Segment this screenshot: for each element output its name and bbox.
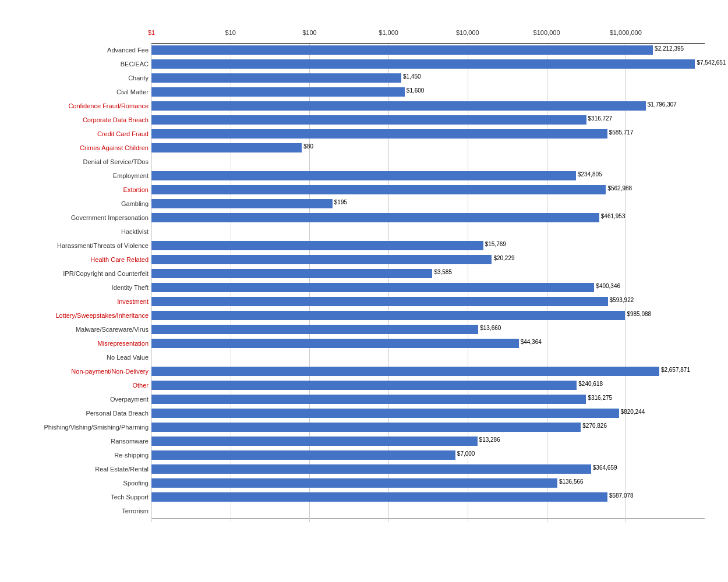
bar-row: Misrepresentation$44,364	[151, 337, 705, 350]
bar: $7,000	[151, 450, 455, 460]
bar-row: Identity Theft$400,346	[151, 281, 705, 294]
bar-wrap: $400,346	[151, 283, 594, 292]
bar-row: Charity$1,450	[151, 72, 705, 84]
bar-row: Investment$593,922	[151, 295, 705, 308]
bar-row: Health Care Related$20,229	[151, 253, 705, 266]
bar-row: Other$240,618	[151, 379, 705, 392]
bar-row: Government Impersonation$461,953	[151, 211, 705, 224]
bar-row: Civil Matter$1,600	[151, 86, 705, 98]
bar: $136,566	[151, 478, 557, 488]
bar-label: Government Impersonation	[12, 214, 149, 221]
bar: $985,088	[151, 311, 625, 320]
bar-row: Tech Support$587,078	[151, 491, 705, 503]
bar-row: Phishing/Vishing/Smishing/Pharming$270,8…	[151, 421, 705, 434]
bar: $13,660	[151, 325, 478, 334]
bar-value: $400,346	[596, 283, 620, 289]
bar-row: Denial of Service/TDos	[151, 155, 705, 168]
bar-wrap: $1,600	[151, 87, 405, 97]
bar-label: Real Estate/Rental	[12, 466, 149, 473]
bar-wrap: $1,796,307	[151, 101, 646, 111]
bar-wrap: $44,364	[151, 339, 519, 348]
bar-wrap: $136,566	[151, 478, 557, 488]
axis-labels: $1$10$100$1,000$10,000$100,000$1,000,000	[151, 29, 705, 41]
bar-label: Advanced Fee	[12, 47, 149, 54]
bar: $316,275	[151, 395, 586, 404]
bar-row: No Lead Value	[151, 351, 705, 364]
bar-row: Non-payment/Non-Delivery$2,657,871	[151, 365, 705, 378]
bar-label: Terrorism	[12, 508, 149, 514]
bar: $3,585	[151, 269, 432, 278]
bar-label: Non-payment/Non-Delivery	[12, 368, 149, 375]
bar-row: Crimes Against Children$80	[151, 141, 705, 154]
bar-label: Corporate Data Breach	[12, 116, 149, 123]
bar: $240,618	[151, 381, 577, 390]
bar-row: BEC/EAC$7,542,651	[151, 58, 705, 70]
bar: $1,600	[151, 87, 405, 97]
bar-label: Tech Support	[12, 494, 149, 501]
bar-value: $7,000	[457, 450, 475, 457]
bar-wrap: $13,660	[151, 325, 478, 334]
bar: $2,657,871	[151, 367, 659, 376]
bar-value: $364,659	[593, 464, 617, 471]
bar: $562,988	[151, 185, 606, 194]
bar-value: $136,566	[559, 478, 584, 485]
bar: $20,229	[151, 255, 492, 264]
bar: $195	[151, 199, 333, 208]
bar-label: Credit Card Fraud	[12, 130, 149, 137]
bar-label: Charity	[12, 74, 149, 81]
bar-row: Spoofing$136,566	[151, 477, 705, 489]
bar-label: Personal Data Breach	[12, 410, 149, 417]
bar-label: No Lead Value	[12, 354, 149, 361]
bar: $234,805	[151, 171, 576, 180]
bar-row: Confidence Fraud/Romance$1,796,307	[151, 100, 705, 112]
bar-wrap: $7,000	[151, 450, 455, 460]
bar-label: BEC/EAC	[12, 61, 149, 68]
bar-wrap: $1,450	[151, 73, 401, 83]
bar-wrap: $240,618	[151, 381, 577, 390]
bar-wrap: $7,542,651	[151, 59, 695, 69]
axis-label: $10	[225, 29, 236, 36]
axis-label: $1,000	[379, 29, 398, 36]
axis-label: $100	[302, 29, 316, 36]
bar-row: Personal Data Breach$820,244	[151, 407, 705, 420]
bar-wrap: $80	[151, 143, 302, 152]
bar-value: $20,229	[493, 255, 514, 261]
bar-value: $587,078	[609, 492, 634, 499]
bar-label: Gambling	[12, 200, 149, 207]
bar-label: Malware/Scareware/Virus	[12, 326, 149, 333]
chart-area: Advanced Fee$2,212,395BEC/EAC$7,542,651C…	[151, 43, 705, 522]
bar-wrap: $13,286	[151, 436, 478, 446]
bar-row: Gambling$195	[151, 197, 705, 210]
bar: $15,769	[151, 241, 483, 250]
bar-value: $585,717	[609, 129, 634, 136]
bar-wrap: $316,275	[151, 395, 586, 404]
bar-value: $593,922	[610, 297, 634, 303]
bar-value: $1,450	[403, 73, 421, 80]
bar-wrap: $20,229	[151, 255, 492, 264]
bar-row: Advanced Fee$2,212,395	[151, 44, 705, 56]
bar: $820,244	[151, 409, 619, 418]
bar: $80	[151, 143, 302, 152]
bar-wrap: $985,088	[151, 311, 625, 320]
bar-wrap: $2,657,871	[151, 367, 659, 376]
bar-row: Ransomware$13,286	[151, 435, 705, 448]
bar-row: Harassment/Threats of Violence$15,769	[151, 239, 705, 252]
bar-label: Hacktivist	[12, 228, 149, 235]
bar-value: $13,660	[480, 325, 501, 331]
bar-row: Lottery/Sweepstakes/Inheritance$985,088	[151, 309, 705, 322]
bar-label: Investment	[12, 298, 149, 305]
bar: $593,922	[151, 297, 608, 306]
bar: $44,364	[151, 339, 519, 348]
bar-row: IPR/Copyright and Counterfeit$3,585	[151, 267, 705, 280]
bar: $1,450	[151, 73, 401, 83]
bar: $400,346	[151, 283, 594, 292]
bar-value: $7,542,651	[697, 59, 726, 66]
bar-value: $2,212,395	[655, 45, 684, 52]
bar-label: IPR/Copyright and Counterfeit	[12, 270, 149, 277]
bar-value: $1,796,307	[648, 101, 677, 108]
bar-row: Corporate Data Breach$316,727	[151, 113, 705, 126]
bar-wrap: $234,805	[151, 171, 576, 180]
bar-label: Overpayment	[12, 396, 149, 403]
bar-label: Re-shipping	[12, 452, 149, 459]
bar: $2,212,395	[151, 45, 653, 55]
